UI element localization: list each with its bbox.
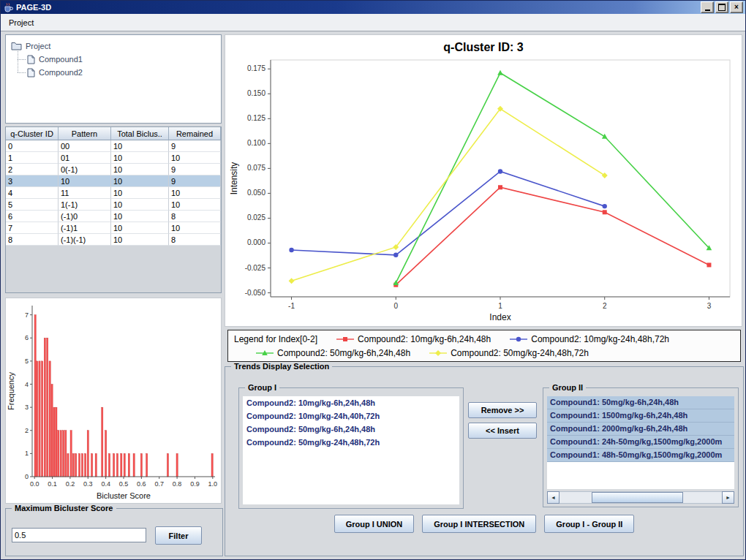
scroll-left-button[interactable]: ◄ (547, 491, 560, 504)
svg-text:Bicluster Score: Bicluster Score (97, 491, 151, 500)
java-icon (3, 2, 13, 12)
legend-item-label: Compound2: 10mg/kg-6h,24h,48h (358, 334, 491, 344)
table-row[interactable]: 8(-1)(-1)108 (6, 234, 221, 246)
legend-title: Legend for Index[0-2] (234, 334, 317, 344)
svg-text:-0.050: -0.050 (245, 289, 266, 297)
insert-button[interactable]: << Insert (468, 423, 537, 439)
column-header[interactable]: Remained (169, 127, 221, 140)
title-bar: PAGE-3D × (1, 1, 745, 14)
score-histogram-panel: 012345670.00.10.20.30.40.50.60.70.80.91.… (5, 298, 222, 504)
svg-text:0.150: 0.150 (247, 89, 265, 97)
svg-text:0.4: 0.4 (101, 480, 110, 488)
group2-hscrollbar[interactable]: ◄ ► (547, 491, 734, 504)
legend-row: Legend for Index[0-2] Compound2: 10mg/kg… (234, 332, 734, 346)
group2-title: Group II (549, 383, 586, 392)
table-cell: 0(-1) (59, 164, 111, 175)
column-header[interactable]: q-Cluster ID (6, 127, 59, 140)
table-cell: 5 (6, 199, 59, 211)
group1-item[interactable]: Compound2: 10mg/kg-6h,24h,48h (243, 396, 459, 409)
menu-bar: Project (1, 14, 745, 31)
svg-text:-1: -1 (288, 302, 295, 310)
legend-item-label: Compound2: 10mg/kg-24h,48h,72h (531, 334, 669, 344)
tree-node-project[interactable]: Project (9, 39, 218, 53)
table-cell: 4 (6, 187, 59, 199)
table-cell: 00 (59, 140, 111, 152)
qcluster-table[interactable]: q-Cluster IDPatternTotal Biclus..Remaine… (5, 126, 222, 293)
group1-title: Group I (245, 383, 279, 392)
table-row[interactable]: 4111010 (6, 187, 221, 199)
table-cell: 9 (169, 164, 221, 175)
group2-item[interactable]: Compound1: 2000mg/kg-6h,24h,48h (547, 423, 734, 436)
trends-display-panel: Trends Display Selection Group I Compoun… (225, 366, 744, 556)
remove-button[interactable]: Remove >> (468, 402, 537, 418)
svg-text:0.3: 0.3 (83, 480, 93, 488)
group1-intersection-button[interactable]: Group I INTERSECTION (422, 515, 536, 533)
table-row[interactable]: 1011010 (6, 152, 221, 164)
table-row[interactable]: 310109 (6, 175, 221, 187)
filter-button[interactable]: Filter (155, 526, 202, 545)
chart-title: q-Cluster ID: 3 (225, 41, 742, 54)
minimize-icon (705, 10, 710, 11)
table-row[interactable]: 6(-1)0108 (6, 211, 221, 222)
tree-node-label: Project (26, 42, 50, 50)
close-button[interactable]: × (730, 1, 743, 13)
max-score-input[interactable] (12, 528, 146, 542)
maximize-icon (718, 4, 726, 11)
table-cell: 10 (111, 199, 169, 211)
group1-item[interactable]: Compound2: 50mg/kg-6h,24h,48h (243, 423, 459, 436)
tree-node-compound1[interactable]: Compound1 (18, 53, 218, 66)
table-row[interactable]: 000109 (6, 140, 221, 152)
menu-project[interactable]: Project (4, 17, 39, 29)
table-cell: 10 (169, 187, 221, 199)
group2-list[interactable]: Compound1: 50mg/kg-6h,24h,48hCompound1: … (547, 396, 734, 489)
tree-node-label: Compound2 (39, 68, 83, 77)
scrollbar-track[interactable] (560, 491, 722, 504)
table-cell: 10 (111, 234, 169, 246)
table-cell: 10 (59, 175, 111, 187)
svg-text:1: 1 (25, 450, 29, 457)
legend-item-label: Compound2: 50mg/kg-24h,48h,72h (451, 348, 589, 358)
minimize-button[interactable] (701, 1, 714, 13)
group2-item[interactable]: Compound1: 24h-50mg/kg,1500mg/kg,2000m (547, 436, 734, 449)
table-cell: 10 (169, 199, 221, 211)
table-cell: 10 (111, 211, 169, 222)
column-header[interactable]: Pattern (59, 127, 111, 140)
table-row[interactable]: 51(-1)1010 (6, 199, 221, 211)
svg-text:0.5: 0.5 (119, 480, 129, 488)
svg-text:Index: Index (489, 312, 510, 322)
legend-item: Compound2: 10mg/kg-24h,48h,72h (510, 334, 669, 344)
table-cell: 1(-1) (59, 199, 111, 211)
legend-item: Compound2: 50mg/kg-24h,48h,72h (429, 348, 589, 358)
group1-box: Group I Compound2: 10mg/kg-6h,24h,48hCom… (238, 387, 464, 509)
svg-text:0.8: 0.8 (173, 480, 182, 488)
column-header[interactable]: Total Biclus.. (111, 127, 169, 140)
tree-node-label: Compound1 (39, 55, 83, 64)
tree-node-compound2[interactable]: Compound2 (18, 66, 218, 79)
group1-union-button[interactable]: Group I UNION (334, 515, 415, 533)
table-cell: (-1)1 (59, 222, 111, 234)
table-cell: 9 (169, 175, 221, 187)
trend-chart-panel: q-Cluster ID: 3 -0.050-0.0250.0000.0250.… (225, 34, 742, 327)
table-cell: 01 (59, 152, 111, 164)
svg-text:0.2: 0.2 (66, 480, 75, 488)
trends-panel-title: Trends Display Selection (231, 362, 332, 371)
folder-icon (11, 42, 22, 50)
legend-swatch-icon (510, 336, 527, 343)
svg-text:0: 0 (25, 473, 29, 480)
legend-item: Compound2: 50mg/kg-6h,24h,48h (256, 348, 410, 358)
group2-item[interactable]: Compound1: 48h-50mg/kg,1500mg/kg,2000m (547, 449, 734, 462)
legend-item-label: Compound2: 50mg/kg-6h,24h,48h (277, 348, 410, 358)
group1-item[interactable]: Compound2: 50mg/kg-24h,48h,72h (243, 436, 459, 449)
svg-text:2: 2 (603, 302, 607, 310)
scroll-right-button[interactable]: ► (722, 491, 734, 504)
score-histogram: 012345670.00.10.20.30.40.50.60.70.80.91.… (6, 298, 221, 503)
group1-list[interactable]: Compound2: 10mg/kg-6h,24h,48hCompound2: … (243, 396, 459, 504)
group2-item[interactable]: Compound1: 1500mg/kg-6h,24h,48h (547, 409, 734, 423)
scrollbar-thumb[interactable] (592, 492, 682, 503)
table-row[interactable]: 20(-1)109 (6, 164, 221, 175)
group2-item[interactable]: Compound1: 50mg/kg-6h,24h,48h (547, 396, 734, 409)
maximize-button[interactable] (715, 1, 728, 13)
group1-item[interactable]: Compound2: 10mg/kg-24h,40h,72h (243, 409, 459, 423)
group1-minus-group2-button[interactable]: Group I - Group II (544, 515, 634, 533)
table-row[interactable]: 7(-1)11010 (6, 222, 221, 234)
